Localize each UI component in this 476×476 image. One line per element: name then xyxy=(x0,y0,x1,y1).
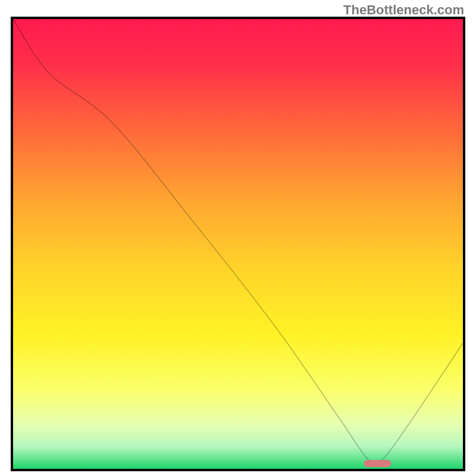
watermark-text: TheBottleneck.com xyxy=(343,2,464,18)
chart-frame xyxy=(11,17,465,471)
bottleneck-curve xyxy=(13,19,463,469)
optimal-range-marker xyxy=(364,460,391,467)
